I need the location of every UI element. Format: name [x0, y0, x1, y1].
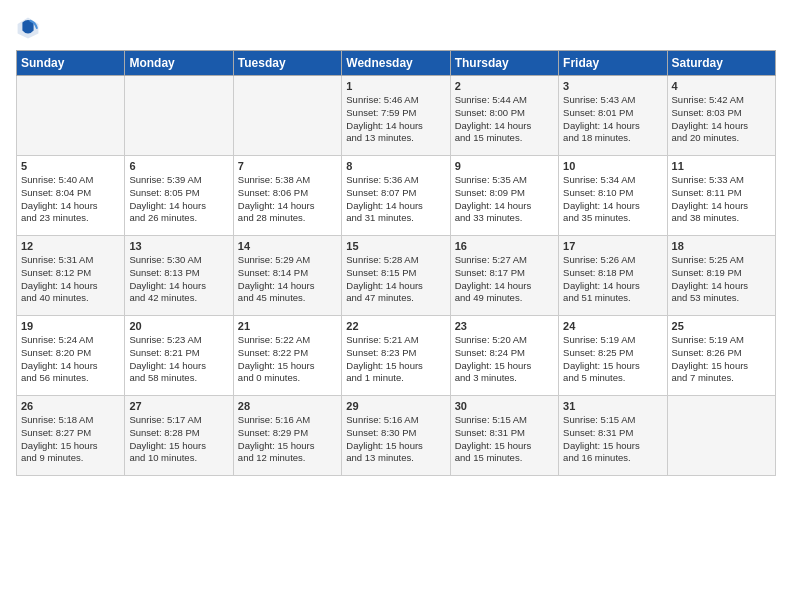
calendar-cell: 13Sunrise: 5:30 AM Sunset: 8:13 PM Dayli… [125, 236, 233, 316]
day-info: Sunrise: 5:39 AM Sunset: 8:05 PM Dayligh… [129, 174, 228, 225]
day-number: 17 [563, 240, 662, 252]
day-info: Sunrise: 5:40 AM Sunset: 8:04 PM Dayligh… [21, 174, 120, 225]
calendar-cell: 3Sunrise: 5:43 AM Sunset: 8:01 PM Daylig… [559, 76, 667, 156]
day-info: Sunrise: 5:43 AM Sunset: 8:01 PM Dayligh… [563, 94, 662, 145]
weekday-header-sunday: Sunday [17, 51, 125, 76]
calendar-cell: 21Sunrise: 5:22 AM Sunset: 8:22 PM Dayli… [233, 316, 341, 396]
calendar-cell: 8Sunrise: 5:36 AM Sunset: 8:07 PM Daylig… [342, 156, 450, 236]
calendar-cell: 15Sunrise: 5:28 AM Sunset: 8:15 PM Dayli… [342, 236, 450, 316]
calendar-cell: 22Sunrise: 5:21 AM Sunset: 8:23 PM Dayli… [342, 316, 450, 396]
day-info: Sunrise: 5:15 AM Sunset: 8:31 PM Dayligh… [455, 414, 554, 465]
day-info: Sunrise: 5:28 AM Sunset: 8:15 PM Dayligh… [346, 254, 445, 305]
day-number: 13 [129, 240, 228, 252]
day-number: 19 [21, 320, 120, 332]
day-info: Sunrise: 5:26 AM Sunset: 8:18 PM Dayligh… [563, 254, 662, 305]
weekday-header-thursday: Thursday [450, 51, 558, 76]
calendar-cell: 23Sunrise: 5:20 AM Sunset: 8:24 PM Dayli… [450, 316, 558, 396]
calendar-cell: 26Sunrise: 5:18 AM Sunset: 8:27 PM Dayli… [17, 396, 125, 476]
day-number: 10 [563, 160, 662, 172]
calendar-cell: 5Sunrise: 5:40 AM Sunset: 8:04 PM Daylig… [17, 156, 125, 236]
day-number: 28 [238, 400, 337, 412]
calendar-cell: 28Sunrise: 5:16 AM Sunset: 8:29 PM Dayli… [233, 396, 341, 476]
calendar-cell: 12Sunrise: 5:31 AM Sunset: 8:12 PM Dayli… [17, 236, 125, 316]
calendar-cell: 2Sunrise: 5:44 AM Sunset: 8:00 PM Daylig… [450, 76, 558, 156]
calendar-cell [125, 76, 233, 156]
day-number: 18 [672, 240, 771, 252]
day-info: Sunrise: 5:15 AM Sunset: 8:31 PM Dayligh… [563, 414, 662, 465]
day-info: Sunrise: 5:16 AM Sunset: 8:29 PM Dayligh… [238, 414, 337, 465]
calendar-cell: 4Sunrise: 5:42 AM Sunset: 8:03 PM Daylig… [667, 76, 775, 156]
day-info: Sunrise: 5:18 AM Sunset: 8:27 PM Dayligh… [21, 414, 120, 465]
day-number: 4 [672, 80, 771, 92]
day-number: 8 [346, 160, 445, 172]
day-info: Sunrise: 5:21 AM Sunset: 8:23 PM Dayligh… [346, 334, 445, 385]
day-info: Sunrise: 5:46 AM Sunset: 7:59 PM Dayligh… [346, 94, 445, 145]
day-info: Sunrise: 5:20 AM Sunset: 8:24 PM Dayligh… [455, 334, 554, 385]
calendar-cell [233, 76, 341, 156]
calendar-cell: 11Sunrise: 5:33 AM Sunset: 8:11 PM Dayli… [667, 156, 775, 236]
calendar-cell: 19Sunrise: 5:24 AM Sunset: 8:20 PM Dayli… [17, 316, 125, 396]
day-number: 23 [455, 320, 554, 332]
day-number: 21 [238, 320, 337, 332]
day-info: Sunrise: 5:27 AM Sunset: 8:17 PM Dayligh… [455, 254, 554, 305]
calendar-cell: 31Sunrise: 5:15 AM Sunset: 8:31 PM Dayli… [559, 396, 667, 476]
weekday-header-monday: Monday [125, 51, 233, 76]
day-info: Sunrise: 5:33 AM Sunset: 8:11 PM Dayligh… [672, 174, 771, 225]
calendar-cell: 14Sunrise: 5:29 AM Sunset: 8:14 PM Dayli… [233, 236, 341, 316]
day-number: 5 [21, 160, 120, 172]
calendar-week-5: 26Sunrise: 5:18 AM Sunset: 8:27 PM Dayli… [17, 396, 776, 476]
day-info: Sunrise: 5:25 AM Sunset: 8:19 PM Dayligh… [672, 254, 771, 305]
day-info: Sunrise: 5:22 AM Sunset: 8:22 PM Dayligh… [238, 334, 337, 385]
day-number: 24 [563, 320, 662, 332]
day-number: 7 [238, 160, 337, 172]
calendar-cell [17, 76, 125, 156]
calendar-cell: 29Sunrise: 5:16 AM Sunset: 8:30 PM Dayli… [342, 396, 450, 476]
calendar-cell: 6Sunrise: 5:39 AM Sunset: 8:05 PM Daylig… [125, 156, 233, 236]
weekday-header-wednesday: Wednesday [342, 51, 450, 76]
day-info: Sunrise: 5:30 AM Sunset: 8:13 PM Dayligh… [129, 254, 228, 305]
day-number: 16 [455, 240, 554, 252]
calendar-cell: 20Sunrise: 5:23 AM Sunset: 8:21 PM Dayli… [125, 316, 233, 396]
logo [16, 16, 44, 40]
day-number: 14 [238, 240, 337, 252]
calendar-body: 1Sunrise: 5:46 AM Sunset: 7:59 PM Daylig… [17, 76, 776, 476]
day-info: Sunrise: 5:35 AM Sunset: 8:09 PM Dayligh… [455, 174, 554, 225]
calendar-cell: 9Sunrise: 5:35 AM Sunset: 8:09 PM Daylig… [450, 156, 558, 236]
calendar-week-3: 12Sunrise: 5:31 AM Sunset: 8:12 PM Dayli… [17, 236, 776, 316]
weekday-header-saturday: Saturday [667, 51, 775, 76]
calendar-cell: 1Sunrise: 5:46 AM Sunset: 7:59 PM Daylig… [342, 76, 450, 156]
day-number: 31 [563, 400, 662, 412]
page-header [16, 16, 776, 40]
weekday-header-friday: Friday [559, 51, 667, 76]
day-number: 22 [346, 320, 445, 332]
calendar-cell: 18Sunrise: 5:25 AM Sunset: 8:19 PM Dayli… [667, 236, 775, 316]
calendar-cell: 7Sunrise: 5:38 AM Sunset: 8:06 PM Daylig… [233, 156, 341, 236]
day-number: 1 [346, 80, 445, 92]
calendar-cell: 10Sunrise: 5:34 AM Sunset: 8:10 PM Dayli… [559, 156, 667, 236]
day-number: 27 [129, 400, 228, 412]
day-number: 9 [455, 160, 554, 172]
weekday-header-row: SundayMondayTuesdayWednesdayThursdayFrid… [17, 51, 776, 76]
logo-icon [16, 16, 40, 40]
day-info: Sunrise: 5:42 AM Sunset: 8:03 PM Dayligh… [672, 94, 771, 145]
day-number: 30 [455, 400, 554, 412]
calendar-cell: 17Sunrise: 5:26 AM Sunset: 8:18 PM Dayli… [559, 236, 667, 316]
day-number: 6 [129, 160, 228, 172]
calendar-cell: 30Sunrise: 5:15 AM Sunset: 8:31 PM Dayli… [450, 396, 558, 476]
day-number: 3 [563, 80, 662, 92]
day-number: 20 [129, 320, 228, 332]
calendar-header: SundayMondayTuesdayWednesdayThursdayFrid… [17, 51, 776, 76]
day-info: Sunrise: 5:19 AM Sunset: 8:26 PM Dayligh… [672, 334, 771, 385]
calendar-cell [667, 396, 775, 476]
calendar-cell: 24Sunrise: 5:19 AM Sunset: 8:25 PM Dayli… [559, 316, 667, 396]
day-info: Sunrise: 5:38 AM Sunset: 8:06 PM Dayligh… [238, 174, 337, 225]
calendar-cell: 25Sunrise: 5:19 AM Sunset: 8:26 PM Dayli… [667, 316, 775, 396]
day-info: Sunrise: 5:16 AM Sunset: 8:30 PM Dayligh… [346, 414, 445, 465]
calendar-week-2: 5Sunrise: 5:40 AM Sunset: 8:04 PM Daylig… [17, 156, 776, 236]
calendar-week-4: 19Sunrise: 5:24 AM Sunset: 8:20 PM Dayli… [17, 316, 776, 396]
day-info: Sunrise: 5:36 AM Sunset: 8:07 PM Dayligh… [346, 174, 445, 225]
day-info: Sunrise: 5:19 AM Sunset: 8:25 PM Dayligh… [563, 334, 662, 385]
calendar-table: SundayMondayTuesdayWednesdayThursdayFrid… [16, 50, 776, 476]
day-number: 15 [346, 240, 445, 252]
day-info: Sunrise: 5:23 AM Sunset: 8:21 PM Dayligh… [129, 334, 228, 385]
